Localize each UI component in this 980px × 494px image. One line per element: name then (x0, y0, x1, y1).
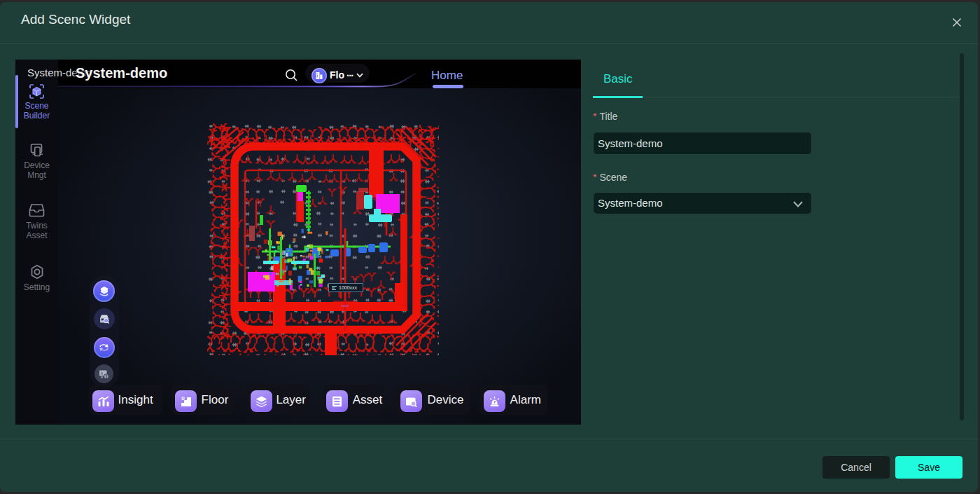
svg-text:F: F (182, 397, 184, 400)
